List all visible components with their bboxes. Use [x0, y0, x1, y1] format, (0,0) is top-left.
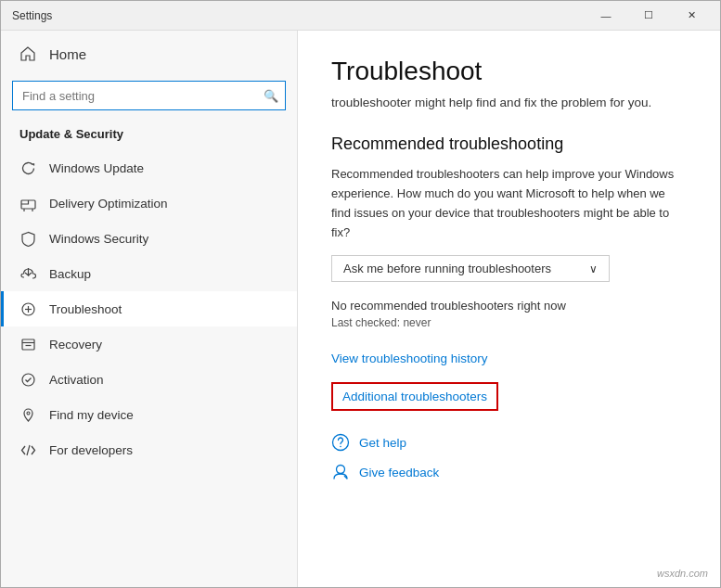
- sidebar-item-find-my-device[interactable]: Find my device: [1, 397, 297, 432]
- chevron-down-icon: ∨: [589, 262, 598, 275]
- give-feedback-link[interactable]: Give feedback: [359, 466, 439, 479]
- sidebar-item-delivery-optimization-label: Delivery Optimization: [49, 197, 168, 211]
- sidebar-item-troubleshoot-label: Troubleshoot: [49, 302, 122, 316]
- sidebar-item-windows-security-label: Windows Security: [49, 232, 148, 246]
- titlebar: Settings — ☐ ✕: [1, 1, 720, 31]
- sidebar-item-backup[interactable]: Backup: [1, 256, 297, 291]
- svg-point-9: [22, 374, 34, 386]
- page-subtitle: troubleshooter might help find and fix t…: [331, 94, 687, 112]
- get-help-item: Get help: [331, 433, 687, 452]
- close-button[interactable]: ✕: [670, 1, 713, 31]
- recovery-icon: [19, 336, 36, 352]
- sidebar-item-delivery-optimization[interactable]: Delivery Optimization: [1, 185, 297, 221]
- view-history-link[interactable]: View troubleshooting history: [331, 352, 687, 365]
- backup-icon: [19, 265, 36, 282]
- find-icon: [19, 406, 36, 423]
- svg-rect-6: [22, 339, 34, 350]
- svg-line-11: [27, 445, 30, 455]
- delivery-icon: [19, 195, 36, 211]
- activation-icon: [19, 371, 36, 388]
- sidebar-item-windows-security[interactable]: Windows Security: [1, 221, 297, 256]
- additional-troubleshooters-box: Additional troubleshooters: [331, 382, 498, 411]
- search-icon: 🔍: [264, 89, 278, 103]
- settings-window: Settings — ☐ ✕ Home 🔍: [0, 0, 721, 588]
- sidebar-item-windows-update-label: Windows Update: [49, 161, 144, 175]
- page-title: Troubleshoot: [331, 57, 687, 86]
- sidebar-item-backup-label: Backup: [49, 267, 91, 281]
- sidebar-item-troubleshoot[interactable]: Troubleshoot: [1, 291, 297, 326]
- sidebar-item-activation[interactable]: Activation: [1, 362, 297, 397]
- main-content: Home 🔍 Update & Security Windows Update: [1, 31, 720, 587]
- search-input[interactable]: [12, 81, 286, 110]
- last-checked-text: Last checked: never: [331, 316, 687, 329]
- window-title: Settings: [12, 9, 52, 22]
- sidebar-item-recovery-label: Recovery: [49, 338, 102, 352]
- sidebar-item-windows-update[interactable]: Windows Update: [1, 150, 297, 185]
- sidebar-item-home[interactable]: Home: [1, 31, 297, 77]
- recommended-section-description: Recommended troubleshooters can help imp…: [331, 165, 687, 242]
- sidebar-search-container: 🔍: [12, 81, 286, 110]
- get-help-link[interactable]: Get help: [359, 436, 406, 450]
- give-feedback-item: Give feedback: [331, 463, 687, 481]
- no-troubleshooters-text: No recommended troubleshooters right now: [331, 299, 687, 313]
- sidebar: Home 🔍 Update & Security Windows Update: [1, 31, 298, 587]
- shield-icon: [19, 230, 36, 247]
- svg-point-13: [340, 446, 341, 448]
- troubleshooter-dropdown[interactable]: Ask me before running troubleshooters ∨: [331, 255, 610, 282]
- sidebar-item-for-developers-label: For developers: [49, 443, 133, 457]
- sidebar-item-activation-label: Activation: [49, 373, 104, 387]
- home-icon: [19, 45, 36, 62]
- sidebar-item-recovery[interactable]: Recovery: [1, 326, 297, 362]
- minimize-button[interactable]: —: [585, 1, 627, 31]
- additional-troubleshooters-link[interactable]: Additional troubleshooters: [342, 390, 487, 403]
- sidebar-home-label: Home: [49, 46, 86, 62]
- sidebar-section-title: Update & Security: [1, 121, 297, 150]
- recommended-section-title: Recommended troubleshooting: [331, 134, 687, 154]
- watermark: wsxdn.com: [657, 568, 708, 579]
- get-help-icon: [331, 433, 350, 452]
- main-panel: Troubleshoot troubleshooter might help f…: [298, 31, 720, 587]
- svg-point-12: [333, 435, 349, 451]
- developers-icon: [19, 441, 36, 458]
- svg-point-10: [27, 412, 30, 415]
- dropdown-label: Ask me before running troubleshooters: [343, 262, 551, 275]
- svg-point-14: [337, 466, 345, 474]
- window-controls: — ☐ ✕: [585, 1, 713, 31]
- refresh-icon: [19, 160, 36, 176]
- feedback-icon: [331, 463, 350, 481]
- sidebar-item-for-developers[interactable]: For developers: [1, 432, 297, 467]
- troubleshoot-icon: [19, 300, 36, 317]
- maximize-button[interactable]: ☐: [627, 1, 670, 31]
- sidebar-item-find-my-device-label: Find my device: [49, 408, 134, 422]
